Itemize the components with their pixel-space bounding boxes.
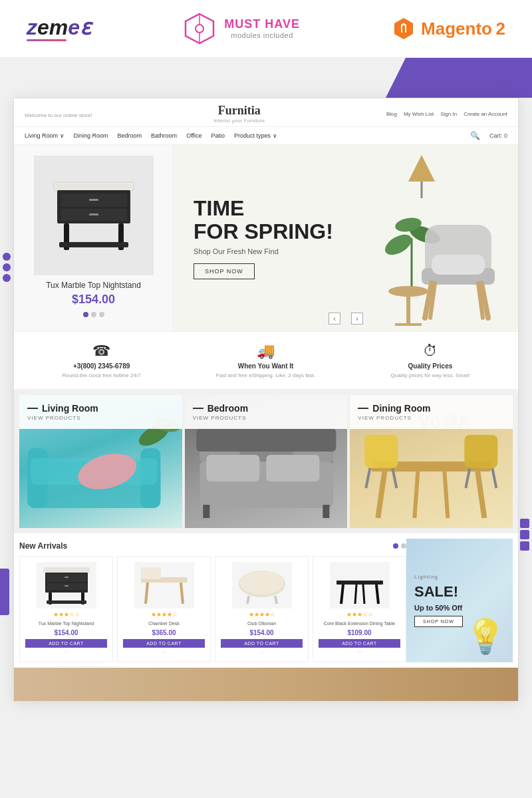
nav-bathroom[interactable]: Bathroom (151, 132, 177, 139)
nav-dining-room[interactable]: Dining Room (74, 132, 108, 139)
new-arrivals-main: New Arrivals (19, 539, 406, 662)
product-image-2 (134, 562, 194, 608)
wishlist-4[interactable]: ♡ (357, 650, 362, 656)
store-nav-links[interactable]: Blog My Wish List Sign In Create an Acco… (386, 111, 507, 117)
purple-accent (0, 58, 532, 98)
nightstand-illustration (41, 162, 147, 269)
product-image-3 (232, 562, 292, 608)
add-to-cart-2[interactable]: ADD TO CART (123, 639, 205, 648)
hero-dot-2[interactable] (91, 312, 96, 317)
create-account-link[interactable]: Create an Account (464, 111, 507, 117)
category-living-room[interactable]: Living Room VIEW PRODUCTS (19, 395, 182, 528)
nav-product-types[interactable]: Product types ∨ (234, 132, 277, 139)
banner-content: TIME FOR SPRING! Shop Our Fresh New Find… (194, 197, 333, 279)
svg-line-52 (445, 471, 448, 518)
living-room-view-link[interactable]: VIEW PRODUCTS (27, 415, 174, 421)
svg-rect-43 (206, 455, 259, 481)
product-name-2: Chamber Desk (148, 620, 180, 626)
product-stars-4: ★★★☆☆ (346, 611, 373, 618)
bedroom-view-link[interactable]: VIEW PRODUCTS (193, 415, 340, 421)
svg-rect-44 (266, 455, 319, 481)
wishlist-1[interactable]: ♡ (64, 650, 68, 656)
category-dash-dining (358, 408, 368, 409)
svg-rect-77 (336, 581, 383, 585)
welcome-text: Welcome to our online store! (25, 108, 92, 120)
product-card-1: ★★★☆☆ Tux Marble Top Nightstand $154.00 … (19, 556, 113, 662)
magento-logo: Magento 2 (392, 17, 505, 41)
store-tagline: Interior your Furniture (213, 118, 265, 124)
svg-line-79 (376, 585, 378, 604)
blog-link[interactable]: Blog (386, 111, 397, 117)
wishlist-2[interactable]: ♡ (162, 650, 166, 656)
nav-living-room[interactable]: Living Room ∨ (25, 132, 65, 139)
signin-link[interactable]: Sign In (440, 111, 457, 117)
feature-phone: ☎ +3(800) 2345-6789 Round-the-clock free… (63, 342, 141, 378)
right-sidebar-bars (520, 519, 529, 551)
product-stars-1: ★★★☆☆ (53, 611, 80, 618)
add-to-cart-4[interactable]: ADD TO CART (319, 639, 400, 648)
hero-product-name: Tux Marble Top Nightstand (46, 281, 141, 290)
banner-prev-button[interactable]: ‹ (329, 313, 340, 325)
living-room-overlay: Living Room VIEW PRODUCTS (19, 395, 182, 429)
promo-banner: Lighting SALE! Up to 50% Off SHOP NOW 💡 (406, 539, 513, 662)
nav-office[interactable]: Office (186, 132, 201, 139)
na-dot-1[interactable] (393, 543, 398, 549)
hero-dot-1[interactable] (83, 312, 88, 317)
wishlist-3[interactable]: ♡ (259, 650, 264, 656)
search-icon[interactable]: 🔍 (470, 131, 480, 140)
zemes-underline (27, 39, 66, 41)
svg-line-51 (415, 471, 418, 518)
left-sidebar-bar (0, 569, 9, 615)
wishlist-link[interactable]: My Wish List (404, 111, 434, 117)
svg-rect-65 (65, 585, 68, 587)
svg-line-49 (378, 471, 385, 518)
svg-line-78 (341, 585, 343, 604)
svg-line-76 (275, 596, 277, 604)
feature-phone-title: +3(800) 2345-6789 (73, 362, 130, 370)
svg-rect-28 (432, 255, 485, 275)
features-bar: ☎ +3(800) 2345-6789 Round-the-clock free… (14, 331, 518, 390)
category-dining-room[interactable]: V0⑩A Dining Room VIEW PRODUCTS (350, 395, 513, 528)
feature-delivery: 🚚 When You Want It Fast and free eShippi… (216, 342, 315, 378)
svg-line-55 (366, 468, 370, 488)
product-price-1: $154.00 (54, 629, 78, 636)
new-arrivals-dots (393, 543, 406, 549)
delivery-icon: 🚚 (257, 342, 275, 360)
hero-dot-3[interactable] (99, 312, 104, 317)
cart-label[interactable]: Cart: 0 (489, 132, 507, 139)
hero-product-image (34, 156, 154, 275)
promo-shop-now-button[interactable]: SHOP NOW (414, 616, 463, 627)
promo-label: Lighting (414, 574, 505, 580)
banner-next-button[interactable]: › (351, 313, 363, 325)
zemes-logo: zemeɛ (27, 17, 91, 41)
nav-bedroom[interactable]: Bedroom (118, 132, 142, 139)
bedroom-overlay: Bedroom VIEW PRODUCTS (185, 395, 348, 429)
feature-quality-title: Quality Prices (408, 362, 453, 370)
svg-line-50 (478, 471, 485, 518)
svg-marker-14 (408, 155, 435, 182)
product-card-2: ★★★★☆ Chamber Desk $365.00 ADD TO CART ♡ (117, 556, 211, 662)
dining-room-overlay: Dining Room VIEW PRODUCTS (350, 395, 513, 429)
dining-room-view-link[interactable]: VIEW PRODUCTS (358, 415, 505, 421)
promo-title: SALE! (414, 584, 505, 600)
hero-product-price: $154.00 (72, 293, 115, 307)
shop-now-button[interactable]: SHOP NOW (194, 263, 255, 279)
product-card-4: ★★★☆☆ Core Black Extension Dining Table … (313, 556, 406, 662)
magento-icon (392, 17, 416, 41)
product-image-1 (37, 562, 96, 608)
magento-label: Magento (421, 19, 492, 39)
category-dining-name: Dining Room (372, 403, 430, 414)
product-name-4: Core Black Extension Dining Table (324, 620, 395, 626)
category-bedroom[interactable]: Bedroom VIEW PRODUCTS (185, 395, 348, 528)
magento-version: 2 (496, 19, 505, 39)
na-dot-2[interactable] (401, 543, 406, 549)
add-to-cart-1[interactable]: ADD TO CART (25, 639, 107, 648)
nav-patio[interactable]: Patio (211, 132, 225, 139)
product-name-3: Club Ottoman (247, 620, 276, 626)
lamp-decoration (405, 152, 438, 201)
quality-icon: ⏱ (423, 342, 438, 360)
svg-point-74 (240, 571, 284, 595)
add-to-cart-3[interactable]: ADD TO CART (221, 639, 303, 648)
hero-carousel-dots (83, 312, 104, 317)
new-arrivals-header: New Arrivals (19, 539, 406, 556)
